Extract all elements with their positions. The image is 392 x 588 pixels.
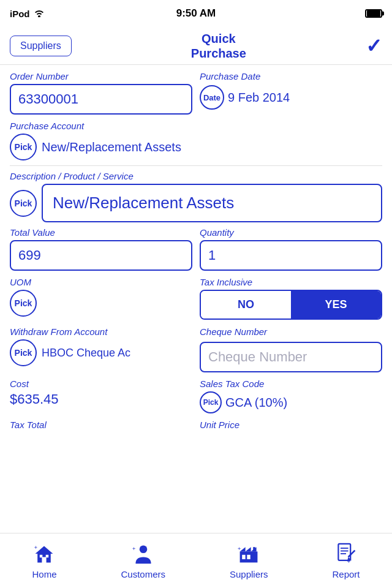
cost-tax-row: Cost $635.45 Sales Tax Code Pick GCA (10… [10, 379, 382, 413]
tax-total-label: Tax Total [10, 420, 192, 430]
purchase-date-col: Purchase Date Date 9 Feb 2014 [200, 71, 382, 115]
quantity-label: Quantity [200, 227, 382, 238]
date-row: Date 9 Feb 2014 [200, 85, 382, 110]
status-bar: iPod 9:50 AM [0, 0, 392, 27]
sales-tax-label: Sales Tax Code [200, 379, 382, 389]
description-pick-button[interactable]: Pick [10, 190, 37, 217]
uom-pick-button[interactable]: Pick [10, 290, 37, 317]
purchase-date-label: Purchase Date [200, 71, 382, 81]
device-label: iPod [10, 9, 30, 19]
svg-text:+: + [132, 545, 135, 551]
svg-marker-1 [36, 546, 53, 562]
suppliers-icon: + [238, 543, 260, 567]
svg-rect-2 [40, 554, 43, 557]
report-icon: + [335, 543, 357, 567]
svg-rect-11 [253, 547, 255, 551]
withdraw-pick-row: Pick HBOC Cheque Ac [10, 339, 192, 366]
status-left: iPod [10, 9, 45, 19]
tax-yes-button[interactable]: YES [291, 291, 381, 318]
cost-value: $635.45 [10, 391, 192, 407]
quantity-input[interactable] [200, 240, 382, 271]
date-pick-button[interactable]: Date [200, 85, 224, 110]
withdraw-value: HBOC Cheque Ac [42, 347, 130, 360]
svg-line-19 [349, 550, 355, 557]
order-number-col: Order Number [10, 71, 192, 115]
order-number-input[interactable] [10, 84, 192, 115]
tax-inclusive-col: Tax Inclusive NO YES [200, 277, 382, 320]
svg-rect-3 [46, 554, 49, 557]
total-value-input[interactable] [10, 240, 192, 271]
purchase-account-pick-button[interactable]: Pick [10, 134, 37, 160]
tab-customers-label: Customers [121, 569, 165, 579]
order-date-row: Order Number Purchase Date Date 9 Feb 20… [10, 71, 382, 115]
svg-rect-13 [247, 554, 251, 559]
nav-suppliers-button[interactable]: Suppliers [10, 36, 72, 56]
battery-icon [365, 9, 382, 18]
withdraw-col: Withdraw From Account Pick HBOC Cheque A… [10, 326, 192, 372]
form-content: Order Number Purchase Date Date 9 Feb 20… [0, 65, 392, 439]
purchase-account-value: New/Replacement Assets [42, 140, 181, 154]
quantity-col: Quantity [200, 227, 382, 271]
tax-inclusive-label: Tax Inclusive [200, 277, 382, 287]
purchase-account-pick-row: Pick New/Replacement Assets [10, 134, 382, 160]
status-time: 9:50 AM [176, 7, 216, 20]
cost-label: Cost [10, 379, 192, 389]
description-input[interactable] [42, 184, 382, 222]
tab-customers[interactable]: + Customers [115, 539, 172, 583]
sales-tax-value: GCA (10%) [225, 396, 287, 410]
purchase-account-label: Purchase Account [10, 121, 382, 131]
withdraw-pick-button[interactable]: Pick [10, 339, 37, 366]
uom-tax-row: UOM Pick Tax Inclusive NO YES [10, 277, 382, 320]
divider-1 [10, 165, 382, 166]
cost-col: Cost $635.45 [10, 379, 192, 413]
tax-inclusive-toggle: NO YES [200, 290, 382, 320]
nav-bar: Suppliers Quick Purchase ✓ [0, 27, 392, 65]
sales-tax-row: Pick GCA (10%) [200, 391, 382, 413]
nav-title: Quick Purchase [191, 31, 246, 61]
svg-text:+: + [34, 544, 37, 550]
tab-bar: + Home + Customers + [0, 533, 392, 588]
svg-marker-9 [246, 547, 251, 551]
sales-tax-pick-button[interactable]: Pick [200, 391, 222, 413]
svg-point-5 [139, 545, 147, 553]
tab-suppliers[interactable]: + Suppliers [224, 539, 274, 583]
purchase-date-value: 9 Feb 2014 [228, 91, 290, 105]
withdraw-label: Withdraw From Account [10, 326, 192, 337]
cheque-label: Cheque Number [200, 326, 382, 337]
customers-icon: + [132, 543, 154, 567]
nav-checkmark[interactable]: ✓ [366, 34, 382, 58]
home-icon: + [33, 543, 55, 567]
total-value-label: Total Value [10, 227, 192, 238]
unit-price-col: Unit Price [200, 420, 382, 432]
total-value-col: Total Value [10, 227, 192, 271]
withdraw-cheque-row: Withdraw From Account Pick HBOC Cheque A… [10, 326, 382, 372]
svg-rect-12 [242, 554, 245, 559]
tab-home-label: Home [32, 569, 56, 579]
description-pick-row: Pick [10, 184, 382, 222]
tax-unit-row: Tax Total Unit Price [10, 420, 382, 432]
uom-label: UOM [10, 277, 192, 287]
tab-suppliers-label: Suppliers [230, 569, 268, 579]
uom-pick-row: Pick [10, 290, 192, 317]
tab-report[interactable]: + Report [326, 539, 366, 583]
cheque-number-input[interactable] [200, 342, 382, 372]
unit-price-label: Unit Price [200, 420, 382, 430]
tab-report-label: Report [332, 569, 360, 579]
purchase-account-section: Purchase Account Pick New/Replacement As… [10, 121, 382, 160]
tax-no-button[interactable]: NO [201, 291, 291, 318]
wifi-icon [34, 9, 45, 19]
order-number-label: Order Number [10, 71, 192, 81]
value-qty-row: Total Value Quantity [10, 227, 382, 271]
sales-tax-col: Sales Tax Code Pick GCA (10%) [200, 379, 382, 413]
cheque-col: Cheque Number [200, 326, 382, 372]
tab-home[interactable]: + Home [26, 539, 62, 583]
status-right [365, 9, 382, 18]
description-section: Description / Product / Service Pick [10, 171, 382, 222]
description-label: Description / Product / Service [10, 171, 382, 181]
tax-total-col: Tax Total [10, 420, 192, 432]
svg-text:+: + [238, 545, 241, 551]
uom-col: UOM Pick [10, 277, 192, 320]
